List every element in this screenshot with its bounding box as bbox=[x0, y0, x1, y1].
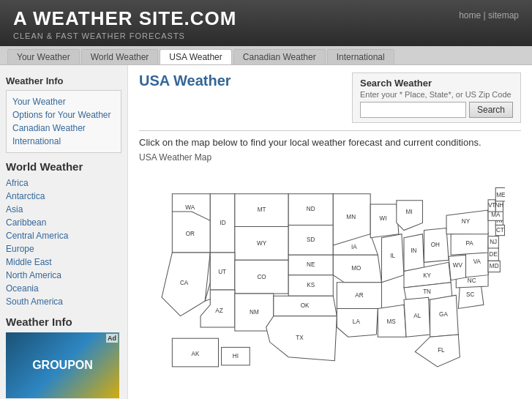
state-OK[interactable] bbox=[274, 296, 337, 316]
state-GA[interactable] bbox=[430, 295, 459, 337]
state-MS[interactable] bbox=[378, 305, 406, 337]
search-box: Search Weather Enter your * Place, State… bbox=[352, 72, 521, 123]
search-input[interactable] bbox=[360, 102, 466, 118]
sidebar-link-north-america[interactable]: North America bbox=[6, 269, 121, 282]
state-AL[interactable] bbox=[404, 297, 430, 337]
state-SD[interactable] bbox=[288, 225, 333, 255]
sidebar-link-europe[interactable]: Europe bbox=[6, 242, 121, 256]
weather-info2-title: Weather Info bbox=[6, 316, 121, 328]
usa-map-svg: WA OR CA NV ID MT WY bbox=[139, 167, 505, 372]
sidebar-weather-links: Your WeatherOptions for Your WeatherCana… bbox=[12, 95, 115, 148]
nav-tab-your-weather[interactable]: Your Weather bbox=[7, 49, 80, 64]
home-link[interactable]: home bbox=[459, 10, 481, 20]
state-LA[interactable] bbox=[337, 308, 378, 337]
nav-tab-canadian-weather[interactable]: Canadian Weather bbox=[233, 49, 326, 64]
nav-tabs: Your WeatherWorld WeatherUSA WeatherCana… bbox=[0, 46, 532, 65]
header-nav-links: home | sitemap bbox=[459, 10, 519, 20]
nav-tab-usa-weather[interactable]: USA Weather bbox=[160, 49, 231, 64]
state-WI[interactable] bbox=[370, 204, 399, 238]
search-hint: Enter your * Place, State*, or US Zip Co… bbox=[360, 90, 513, 99]
state-ME[interactable] bbox=[495, 188, 505, 201]
sidebar-link-central-america[interactable]: Central America bbox=[6, 229, 121, 242]
state-FL[interactable] bbox=[415, 335, 460, 367]
sidebar-link-your-weather[interactable]: Your Weather bbox=[12, 95, 115, 108]
state-WV[interactable] bbox=[449, 255, 467, 280]
sidebar-link-caribbean[interactable]: Caribbean bbox=[6, 216, 121, 229]
sidebar-link-asia[interactable]: Asia bbox=[6, 203, 121, 216]
site-subtitle: CLEAN & FAST WEATHER FORECASTS bbox=[13, 31, 236, 40]
state-HI[interactable] bbox=[222, 347, 250, 365]
sidebar-link-africa[interactable]: Africa bbox=[6, 176, 121, 190]
sidebar-link-canadian-weather[interactable]: Canadian Weather bbox=[12, 122, 115, 135]
sidebar-world-links: AfricaAntarcticaAsiaCaribbeanCentral Ame… bbox=[6, 176, 121, 308]
weather-info-box: Your WeatherOptions for Your WeatherCana… bbox=[6, 90, 121, 153]
state-ND[interactable] bbox=[288, 194, 333, 225]
state-MT[interactable] bbox=[235, 194, 288, 227]
main-layout: Weather Info Your WeatherOptions for You… bbox=[0, 65, 532, 399]
content-area: Search Weather Enter your * Place, State… bbox=[128, 65, 532, 399]
state-VT[interactable] bbox=[488, 200, 495, 212]
state-WY[interactable] bbox=[235, 226, 288, 260]
state-AR[interactable] bbox=[337, 283, 381, 309]
state-NE[interactable] bbox=[288, 255, 333, 275]
state-ID[interactable] bbox=[210, 194, 235, 253]
state-MD[interactable] bbox=[488, 261, 500, 272]
state-IL[interactable] bbox=[381, 234, 404, 283]
world-weather-title: World Weather bbox=[6, 160, 121, 173]
state-OH[interactable] bbox=[424, 228, 449, 262]
nav-tab-world-weather[interactable]: World Weather bbox=[81, 49, 159, 64]
sidebar: Weather Info Your WeatherOptions for You… bbox=[0, 65, 128, 399]
state-CT[interactable] bbox=[495, 225, 504, 235]
state-OR[interactable] bbox=[172, 212, 210, 253]
state-KS[interactable] bbox=[288, 275, 333, 297]
sidebar-link-antarctica[interactable]: Antarctica bbox=[6, 190, 121, 203]
state-PA[interactable] bbox=[451, 233, 488, 256]
search-row: Search bbox=[360, 102, 513, 118]
site-title: A WEATHER SITE.COM bbox=[13, 7, 236, 30]
sidebar-link-oceania[interactable]: Oceania bbox=[6, 282, 121, 295]
state-IN[interactable] bbox=[404, 234, 424, 272]
sidebar-link-options-for-your-weather[interactable]: Options for Your Weather bbox=[12, 108, 115, 122]
state-DE[interactable] bbox=[488, 247, 498, 261]
state-AK[interactable] bbox=[172, 338, 218, 367]
search-title: Search Weather bbox=[360, 78, 513, 89]
state-UT[interactable] bbox=[210, 253, 235, 290]
content-divider bbox=[139, 130, 521, 131]
usa-map[interactable]: WA OR CA NV ID MT WY bbox=[139, 167, 521, 374]
state-TX[interactable] bbox=[266, 316, 337, 361]
sidebar-link-middle-east[interactable]: Middle East bbox=[6, 256, 121, 269]
state-NY[interactable] bbox=[446, 210, 488, 234]
site-header: A WEATHER SITE.COM CLEAN & FAST WEATHER … bbox=[0, 0, 532, 46]
sitemap-link[interactable]: sitemap bbox=[488, 10, 519, 20]
weather-info-title: Weather Info bbox=[6, 75, 121, 86]
ad-label: Ad bbox=[106, 334, 118, 343]
ad-text: GROUPON bbox=[32, 359, 93, 372]
state-CA[interactable] bbox=[162, 253, 210, 316]
state-MI[interactable] bbox=[397, 201, 423, 231]
nav-tab-international[interactable]: International bbox=[327, 49, 394, 64]
sidebar-link-international[interactable]: International bbox=[12, 135, 115, 148]
state-NJ[interactable] bbox=[488, 236, 498, 248]
map-label: USA Weather Map bbox=[139, 152, 521, 163]
advertisement: GROUPON Ad bbox=[6, 332, 119, 398]
state-MO[interactable] bbox=[333, 255, 381, 283]
sidebar-link-south-america[interactable]: South America bbox=[6, 295, 121, 308]
search-button[interactable]: Search bbox=[469, 102, 513, 118]
state-CO[interactable] bbox=[235, 260, 288, 294]
page-description: Click on the map below to find your loca… bbox=[139, 137, 521, 148]
